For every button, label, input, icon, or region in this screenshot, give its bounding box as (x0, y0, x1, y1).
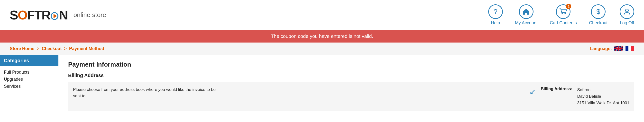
breadcrumb: Store Home > Checkout > Payment Method L… (0, 42, 644, 55)
language-label: Language: (590, 46, 612, 51)
checkout-icon: $ (591, 4, 606, 19)
sidebar-item-full-products[interactable]: Full Products (4, 70, 54, 75)
cart-contents-label: Cart Contents (550, 20, 577, 25)
cart-contents-nav-item[interactable]: 1 Cart Contents (550, 4, 577, 25)
cart-badge: 1 (566, 4, 571, 9)
breadcrumb-left: Store Home > Checkout > Payment Method (10, 46, 104, 51)
billing-section: Please choose from your address book whe… (68, 82, 634, 111)
flag-fr[interactable] (626, 46, 634, 51)
flag-uk[interactable] (614, 46, 623, 51)
alert-banner: The coupon code you have entered is not … (0, 30, 644, 42)
header: SOFTRN online store ? Help My Account 1 (0, 0, 644, 30)
checkout-label: Checkout (589, 20, 608, 25)
my-account-label: My Account (515, 20, 538, 25)
sidebar-categories-header: Categories (0, 55, 58, 66)
billing-address-line2: David Belisle (577, 93, 630, 100)
help-nav-item[interactable]: ? Help (488, 4, 503, 25)
breadcrumb-sep-1: > (37, 46, 40, 51)
billing-address-value: Softron David Belisle 3151 Villa Walk Dr… (577, 87, 630, 107)
cart-icon: 1 (556, 4, 570, 19)
breadcrumb-store-home[interactable]: Store Home (10, 46, 34, 51)
top-nav: ? Help My Account 1 Cart Contents (488, 4, 634, 25)
breadcrumb-sep-2: > (64, 46, 67, 51)
breadcrumb-checkout[interactable]: Checkout (42, 46, 62, 51)
svg-rect-5 (628, 46, 631, 51)
sidebar-item-services[interactable]: Services (4, 84, 54, 89)
log-off-nav-item[interactable]: Log Off (620, 4, 634, 25)
language-selector: Language: (590, 46, 634, 51)
log-off-label: Log Off (620, 20, 634, 25)
billing-section-title: Billing Address (68, 73, 634, 78)
billing-address-line1: Softron (577, 87, 630, 93)
main-layout: Categories Full Products Upgrades Servic… (0, 55, 644, 117)
my-account-nav-item[interactable]: My Account (515, 4, 538, 25)
sidebar-item-upgrades[interactable]: Upgrades (4, 77, 54, 82)
svg-point-1 (565, 13, 566, 14)
my-account-icon (519, 4, 534, 19)
svg-rect-4 (626, 46, 628, 51)
logo-area: SOFTRN online store (10, 8, 106, 22)
billing-address-line3: 3151 Villa Walk Dr. Apt 1001 (577, 100, 630, 106)
breadcrumb-payment-method[interactable]: Payment Method (69, 46, 104, 51)
checkout-nav-item[interactable]: $ Checkout (589, 4, 608, 25)
page-title: Payment Information (68, 61, 634, 68)
svg-rect-6 (631, 46, 634, 51)
help-icon: ? (488, 4, 503, 19)
billing-address-label: Billing Address: (541, 87, 572, 91)
svg-point-2 (626, 9, 628, 12)
billing-address-block: ↙ Billing Address: Softron David Belisle… (529, 87, 630, 107)
logo-play-icon (50, 12, 58, 20)
logo: SOFTRN (10, 8, 68, 22)
billing-arrow-icon: ↙ (529, 87, 536, 96)
svg-point-0 (562, 13, 563, 14)
logo-subtitle: online store (74, 11, 106, 19)
log-off-icon (620, 4, 634, 19)
sidebar: Categories Full Products Upgrades Servic… (0, 55, 58, 117)
help-label: Help (491, 20, 500, 25)
sidebar-nav: Full Products Upgrades Services (0, 66, 58, 92)
main-content: Payment Information Billing Address Plea… (58, 55, 644, 117)
alert-message: The coupon code you have entered is not … (271, 33, 373, 39)
billing-instruction: Please choose from your address book whe… (73, 87, 219, 99)
